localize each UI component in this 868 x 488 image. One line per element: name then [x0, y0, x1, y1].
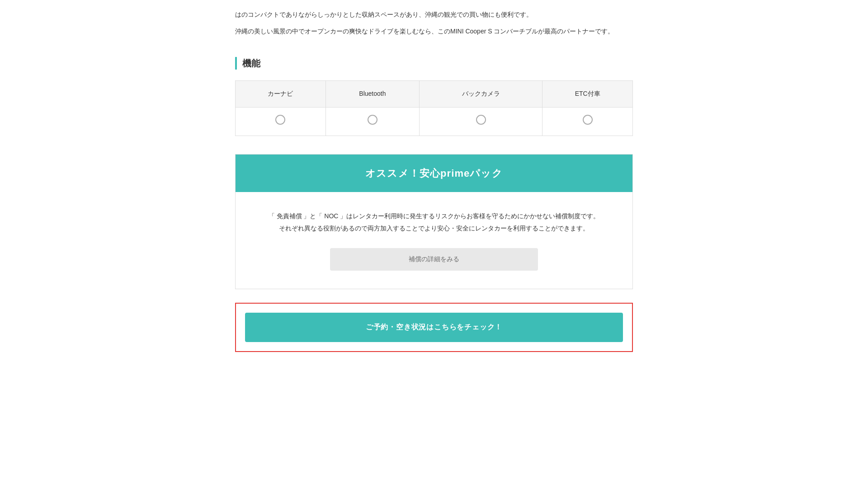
features-section-title: 機能 — [242, 55, 260, 71]
prime-pack-body: 「 免責補償 」と「 NOC 」はレンタカー利用時に発生するリスクからお客様を守… — [236, 192, 632, 288]
carnavi-circle-icon — [275, 115, 285, 125]
bluetooth-circle-icon — [368, 115, 377, 125]
features-table: カーナビ Bluetooth バックカメラ ETC付車 — [235, 80, 633, 136]
prime-pack-description-line1: 「 免責補償 」と「 NOC 」はレンタカー利用時に発生するリスクからお客様を守… — [269, 212, 600, 220]
prime-pack-title: オススメ！安心primeパック — [245, 164, 623, 183]
intro-text-2: 沖縄の美しい風景の中でオープンカーの爽快なドライブを楽しむなら、このMINI C… — [235, 26, 633, 37]
detail-button[interactable]: 補償の詳細をみる — [330, 248, 538, 271]
table-header-backcamera: バックカメラ — [420, 81, 542, 107]
cta-button[interactable]: ご予約・空き状況はこちらをチェック！ — [245, 313, 623, 342]
table-row — [236, 107, 633, 136]
features-section-header: 機能 — [235, 55, 633, 71]
table-cell-carnavi — [236, 107, 326, 136]
prime-pack-header: オススメ！安心primeパック — [236, 155, 632, 192]
table-header-row: カーナビ Bluetooth バックカメラ ETC付車 — [236, 81, 633, 107]
section-title-bar — [235, 57, 237, 70]
prime-pack-description-line2: それぞれ異なる役割があるので両方加入することでより安心・安全にレンタカーを利用す… — [279, 225, 589, 232]
table-header-bluetooth: Bluetooth — [326, 81, 420, 107]
cta-section: ご予約・空き状況はこちらをチェック！ — [235, 303, 633, 352]
table-header-carnavi: カーナビ — [236, 81, 326, 107]
table-cell-etc — [542, 107, 633, 136]
prime-pack-section: オススメ！安心primeパック 「 免責補償 」と「 NOC 」はレンタカー利用… — [235, 154, 633, 289]
table-cell-bluetooth — [326, 107, 420, 136]
table-cell-backcamera — [420, 107, 542, 136]
table-header-etc: ETC付車 — [542, 81, 633, 107]
page-wrapper: はのコンパクトでありながらしっかりとした収納スペースがあり、沖縄の観光での買い物… — [217, 0, 651, 388]
prime-pack-description: 「 免責補償 」と「 NOC 」はレンタカー利用時に発生するリスクからお客様を守… — [263, 210, 605, 234]
etc-circle-icon — [583, 115, 593, 125]
intro-text-1: はのコンパクトでありながらしっかりとした収納スペースがあり、沖縄の観光での買い物… — [235, 9, 633, 20]
backcamera-circle-icon — [476, 115, 486, 125]
